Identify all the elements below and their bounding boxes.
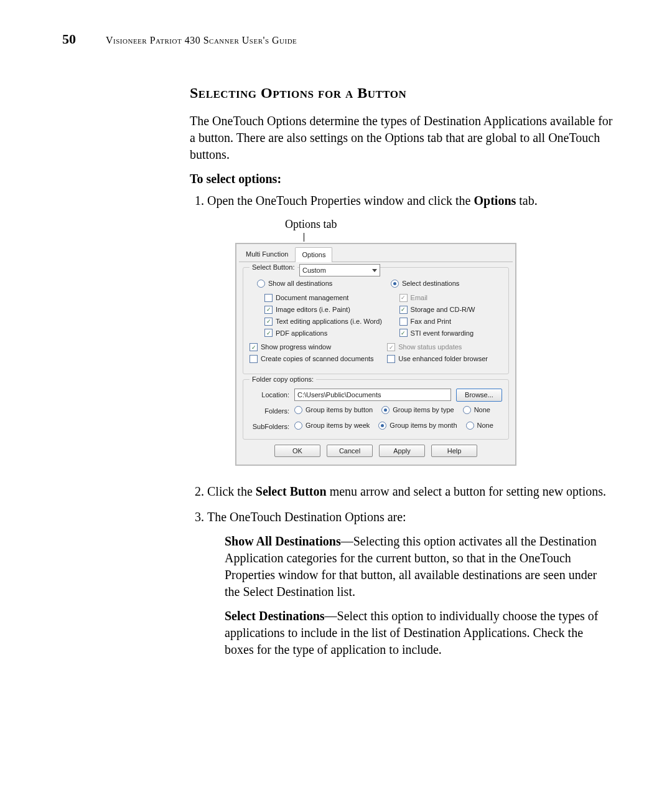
section-title: Selecting Options for a Button — [190, 85, 613, 101]
step-2-bold: Select Button — [256, 484, 327, 498]
radio-folders-by-button[interactable]: Group items by button — [294, 405, 373, 415]
step-1-post: tab. — [516, 194, 537, 207]
check-doc-mgmt-label: Document management — [276, 293, 348, 303]
check-enhanced-label: Use enhanced folder browser — [398, 354, 488, 364]
check-text-editing-label: Text editing applications (i.e. Word) — [276, 317, 382, 326]
step-3-text: The OneTouch Destination Options are: — [207, 510, 406, 524]
step-2: Click the Select Button menu arrow and s… — [207, 483, 613, 500]
browse-button[interactable]: Browse... — [456, 389, 502, 402]
step-2-pre: Click the — [207, 484, 256, 498]
step-1-bold: Options — [474, 194, 516, 207]
select-dest-bold: Select Destinations — [225, 609, 325, 623]
check-email-label: Email — [411, 293, 428, 303]
check-show-status[interactable]: Show status updates — [387, 342, 502, 352]
radio-show-all-label: Show all destinations — [268, 279, 332, 288]
radio-select-dest-label: Select destinations — [402, 279, 459, 288]
tab-bar: Multi Function Options — [239, 247, 513, 262]
ok-button[interactable]: OK — [274, 445, 320, 458]
step-1-pre: Open the OneTouch Properties window and … — [207, 194, 474, 207]
radio-folders-none-label: None — [474, 405, 490, 415]
step-1: Open the OneTouch Properties window and … — [207, 192, 613, 466]
tab-multi-function[interactable]: Multi Function — [239, 247, 295, 262]
help-button[interactable]: Help — [431, 445, 477, 458]
radio-subfolders-none[interactable]: None — [466, 421, 493, 430]
radio-folders-by-type[interactable]: Group items by type — [381, 405, 454, 415]
check-fax-print[interactable]: Fax and Print — [399, 317, 502, 326]
radio-subfolders-by-week-label: Group items by week — [306, 421, 370, 430]
subfolders-label: SubFolders: — [250, 422, 289, 432]
step-2-post: menu arrow and select a button for setti… — [327, 484, 606, 498]
annotation-options-tab: Options tab — [285, 217, 613, 232]
tab-options[interactable]: Options — [295, 247, 332, 262]
radio-show-all-destinations[interactable]: Show all destinations — [257, 279, 380, 288]
check-progress-label: Show progress window — [261, 342, 331, 352]
show-all-bold: Show All Destinations — [225, 534, 341, 548]
folder-copy-title: Folder copy options: — [250, 375, 316, 384]
check-text-editing[interactable]: Text editing applications (i.e. Word) — [264, 317, 388, 326]
annotation-leader-line — [304, 233, 304, 242]
check-fax-print-label: Fax and Print — [411, 317, 451, 326]
location-input[interactable]: C:\Users\Public\Documents — [294, 389, 451, 401]
check-pdf-applications[interactable]: PDF applications — [264, 329, 388, 338]
running-header: Visioneer Patriot 430 Scanner User's Gui… — [106, 35, 297, 46]
check-pdf-apps-label: PDF applications — [276, 329, 327, 338]
radio-folders-none[interactable]: None — [463, 405, 490, 415]
apply-button[interactable]: Apply — [379, 445, 425, 458]
select-button-dropdown[interactable]: Custom — [299, 264, 380, 276]
select-button-group: Select Button: Custom — [243, 267, 509, 374]
check-document-management[interactable]: Document management — [264, 293, 388, 303]
radio-select-destinations[interactable]: Select destinations — [391, 279, 502, 288]
subheading-to-select: To select options: — [190, 172, 613, 186]
check-enhanced-browser[interactable]: Use enhanced folder browser — [387, 354, 502, 364]
check-create-copies[interactable]: Create copies of scanned documents — [250, 354, 376, 364]
select-button-label: Select Button: — [252, 263, 295, 272]
radio-folders-by-button-label: Group items by button — [306, 405, 373, 415]
radio-subfolders-by-month-label: Group items by month — [390, 421, 457, 430]
radio-subfolders-none-label: None — [477, 421, 493, 430]
check-copies-label: Create copies of scanned documents — [261, 354, 374, 364]
cancel-button[interactable]: Cancel — [327, 445, 373, 458]
intro-paragraph: The OneTouch Options determine the types… — [190, 113, 613, 163]
check-image-editors-label: Image editors (i.e. Paint) — [276, 305, 350, 314]
check-image-editors[interactable]: Image editors (i.e. Paint) — [264, 305, 388, 314]
radio-subfolders-by-week[interactable]: Group items by week — [294, 421, 370, 430]
folders-label: Folders: — [250, 407, 289, 416]
check-storage-label: Storage and CD-R/W — [411, 305, 475, 314]
select-button-value: Custom — [302, 266, 326, 275]
folder-copy-group: Folder copy options: Location: C:\Users\… — [243, 379, 509, 440]
step-3: The OneTouch Destination Options are: Sh… — [207, 509, 613, 658]
options-dialog: Multi Function Options Select Button: — [235, 243, 516, 466]
check-email[interactable]: Email — [399, 293, 502, 303]
radio-subfolders-by-month[interactable]: Group items by month — [378, 421, 457, 430]
check-status-label: Show status updates — [398, 342, 462, 352]
page-number: 50 — [62, 31, 87, 47]
check-sti-label: STI event forwarding — [411, 329, 474, 338]
check-sti-forwarding[interactable]: STI event forwarding — [399, 329, 502, 338]
check-storage[interactable]: Storage and CD-R/W — [399, 305, 502, 314]
check-show-progress[interactable]: Show progress window — [250, 342, 376, 352]
chevron-down-icon — [372, 269, 377, 272]
radio-folders-by-type-label: Group items by type — [393, 405, 454, 415]
location-label: Location: — [250, 390, 289, 400]
